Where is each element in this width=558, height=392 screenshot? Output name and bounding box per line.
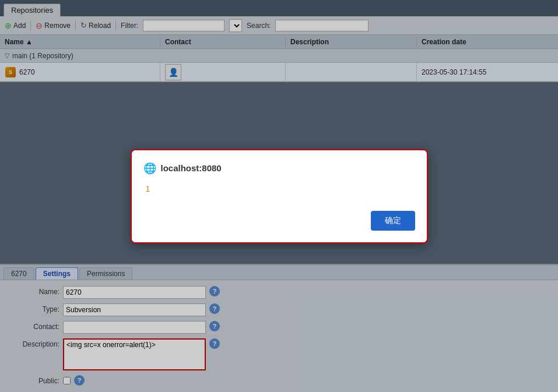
modal-title: 🌐 localhost:8080 (143, 162, 415, 175)
modal-dialog: 🌐 localhost:8080 1 确定 (131, 149, 428, 243)
modal-title-text: localhost:8080 (161, 163, 222, 173)
modal-ok-button[interactable]: 确定 (371, 211, 415, 231)
modal-footer: 确定 (143, 211, 415, 231)
modal-content: 1 (143, 184, 415, 193)
modal-overlay: 🌐 localhost:8080 1 确定 (0, 0, 558, 392)
globe-icon: 🌐 (143, 162, 156, 175)
